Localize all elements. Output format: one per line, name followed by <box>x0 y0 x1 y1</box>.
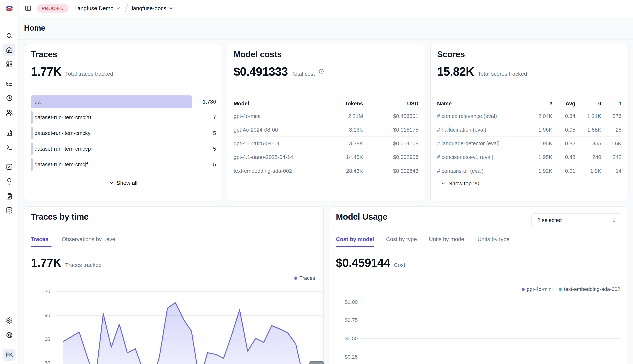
sidebar-item-tracing[interactable] <box>3 78 15 90</box>
users-icon <box>6 109 13 116</box>
show-all-label: Show all <box>117 180 137 186</box>
scores-total: 15.82K <box>437 65 474 78</box>
model-usage-title: Model Usage <box>336 212 387 222</box>
top-bar: PROD-EU Langfuse Demo langfuse-docs <box>19 0 633 17</box>
y-axis-tick: $0.25 <box>335 354 358 360</box>
tab-cost-by-model[interactable]: Cost by model <box>336 236 374 242</box>
y-axis-tick: $0.75 <box>335 317 358 323</box>
total-cost-label: Total cost <box>292 71 315 77</box>
line-series-traces <box>63 302 320 364</box>
sidebar-item-dashboards[interactable] <box>3 58 15 70</box>
sidebar-item-home[interactable] <box>3 44 15 56</box>
trace-name: dataset-run-item-cmc29 <box>35 111 91 124</box>
horizontal-scrollbar-thumb[interactable] <box>309 361 324 364</box>
environment-badge: PROD-EU <box>37 4 69 12</box>
trace-name: qa <box>35 96 41 108</box>
legend-dot-text-embedding-ada-002 <box>559 288 562 291</box>
trace-count: 7 <box>213 111 216 124</box>
sidebar-item-evaluation[interactable] <box>3 175 15 187</box>
model-select-value: 2 selected <box>537 217 562 223</box>
column-header: Name <box>437 100 526 107</box>
traces-total: 1.77K <box>31 65 62 78</box>
sidebar-item-support[interactable] <box>3 329 15 341</box>
tab-cost-by-type[interactable]: Cost by type <box>386 236 417 242</box>
sidebar-item-users[interactable] <box>3 106 15 119</box>
langfuse-logo[interactable] <box>5 4 14 13</box>
clipboard-pen-icon <box>6 193 13 200</box>
list-item: dataset-run-item-cmcjf 5 <box>31 158 216 171</box>
traces-tracked-label: Traces tracked <box>65 262 102 268</box>
table-row: gpt-4o-2024-08-063.13K$0.015175 <box>234 123 418 137</box>
sidebar-item-prompts[interactable] <box>3 126 15 139</box>
tab-traces[interactable]: Traces <box>31 236 48 242</box>
tab-divider <box>336 246 620 247</box>
chevron-down-icon <box>116 6 121 11</box>
scores-metric: 15.82K Total scores tracked <box>437 65 527 78</box>
legend-label: text-embedding-ada-002 <box>564 286 620 292</box>
y-axis-tick: $1.00 <box>335 299 358 305</box>
table-header: Model Tokens USD <box>234 98 418 110</box>
table-header: Name # Avg 0 1 <box>437 98 621 110</box>
trace-name: dataset-run-item-cmcky <box>35 127 91 139</box>
info-icon[interactable] <box>319 68 324 75</box>
table-row: text-embedding-ada-00228.43K$0.002843 <box>234 164 418 178</box>
sidebar-item-search[interactable] <box>3 30 15 42</box>
model-costs-metric: $0.491333 Total cost <box>234 65 324 78</box>
clock-icon <box>6 95 13 102</box>
list-item: dataset-run-item-cmcky 5 <box>31 127 216 139</box>
sidebar-item-scores[interactable] <box>3 160 15 173</box>
terminal-icon <box>6 144 13 151</box>
total-cost-value: $0.491333 <box>234 65 288 78</box>
page-header: Home <box>19 17 633 40</box>
app-root: FK PROD-EU Langfuse Demo langfuse-docs H… <box>0 0 633 364</box>
traces-area-chart <box>24 206 324 364</box>
search-icon <box>6 32 13 39</box>
tab-observations-by-level[interactable]: Observations by Level <box>62 236 117 242</box>
traces-total-label: Total traces tracked <box>65 71 113 77</box>
traces-tracked-value: 1.77K <box>31 256 62 270</box>
tracing-icon <box>6 80 13 87</box>
square-percent-icon <box>6 163 13 170</box>
sidebar-toggle-button[interactable] <box>24 4 32 12</box>
chevrons-up-down-icon <box>611 218 616 223</box>
database-icon <box>6 207 13 214</box>
project-selector[interactable]: langfuse-docs <box>132 5 174 12</box>
active-tab-indicator <box>336 246 374 247</box>
organization-selector[interactable]: Langfuse Demo <box>75 5 121 12</box>
table-row: gpt-4o-mini2.21M$0.456301 <box>234 110 418 123</box>
sidebar-item-annotation[interactable] <box>3 190 15 202</box>
sidebar-item-sessions[interactable] <box>3 92 15 104</box>
sidebar-item-settings[interactable] <box>3 314 15 326</box>
sidebar-item-datasets[interactable] <box>3 204 15 216</box>
trace-name: dataset-run-item-cmcjf <box>35 158 88 171</box>
table-row: gpt-4.1-2025-04-143.38K$0.014108 <box>234 137 418 150</box>
sidebar-item-playground[interactable] <box>3 141 15 154</box>
traces-card-title: Traces <box>31 49 57 59</box>
model-select-dropdown[interactable]: 2 selected <box>531 213 621 227</box>
column-header: Tokens <box>321 100 363 107</box>
chevron-down-icon <box>441 181 446 186</box>
list-item: dataset-run-item-cmcvp 5 <box>31 142 216 155</box>
breadcrumb-separator <box>125 4 128 12</box>
cost-label: Cost <box>394 262 405 268</box>
scores-total-label: Total scores tracked <box>478 71 527 77</box>
column-header: 1 <box>601 100 621 107</box>
show-top-20-label: Show top 20 <box>448 180 479 186</box>
chart-legend: Traces <box>294 275 315 281</box>
list-item: dataset-run-item-cmc29 7 <box>31 111 216 124</box>
area-fill <box>63 302 320 364</box>
trace-bar <box>31 111 33 124</box>
traces-by-time-card: Traces by time Traces Observations by Le… <box>24 206 324 364</box>
sidebar: FK <box>0 0 19 364</box>
y-axis-tick: 90 <box>36 312 50 318</box>
chart-legend: gpt-4o-mini text-embedding-ada-002 <box>522 286 620 292</box>
home-icon <box>6 46 13 53</box>
tab-units-by-model[interactable]: Units by model <box>429 236 465 242</box>
traces-bar-list: qa 1,736 dataset-run-item-cmc29 7 datase… <box>31 96 216 174</box>
user-avatar[interactable]: FK <box>3 349 16 361</box>
traces-by-time-tabs: Traces Observations by Level <box>31 236 117 242</box>
show-top-20-button[interactable]: Show top 20 <box>441 180 479 186</box>
show-all-button[interactable]: Show all <box>24 180 222 186</box>
legend-dot-traces <box>294 276 297 280</box>
tab-units-by-type[interactable]: Units by type <box>477 236 509 242</box>
